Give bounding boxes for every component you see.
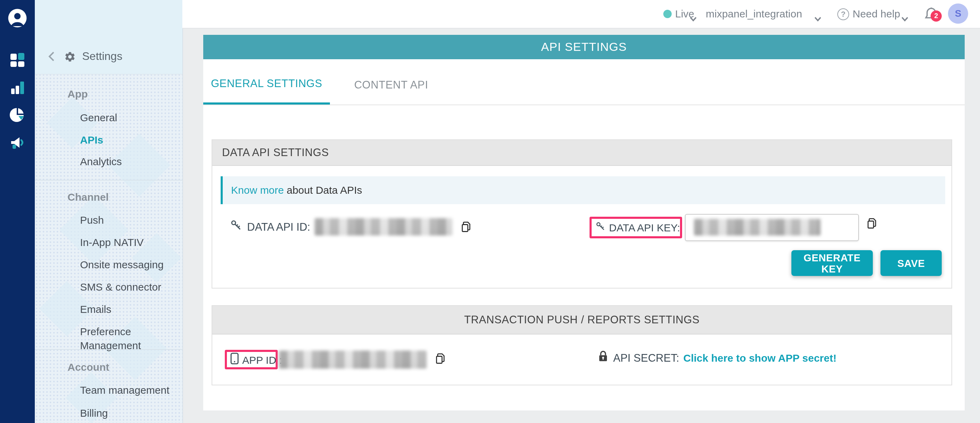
generate-key-button[interactable]: GENERATE KEY xyxy=(791,250,873,276)
app-id-label: APP ID : xyxy=(242,354,282,366)
data-api-id-row: DATA API ID: xyxy=(230,218,473,236)
chevron-down-icon[interactable] xyxy=(901,12,908,17)
lock-icon xyxy=(597,350,609,366)
tab-general-settings[interactable]: GENERAL SETTINGS xyxy=(203,59,330,105)
gear-icon xyxy=(64,51,76,62)
copy-icon[interactable] xyxy=(865,217,879,231)
sidebar-item-emails[interactable]: Emails xyxy=(80,302,111,316)
help-question-icon[interactable]: ? xyxy=(837,8,849,20)
data-api-key-label: DATA API KEY: xyxy=(609,222,680,233)
analytics-bars-icon[interactable] xyxy=(9,80,26,96)
sidebar-item-general[interactable]: General xyxy=(80,111,117,125)
api-settings-panel: API SETTINGS GENERAL SETTINGS CONTENT AP… xyxy=(203,35,965,410)
key-icon xyxy=(595,220,606,235)
transaction-settings-card: TRANSACTION PUSH / REPORTS SETTINGS APP … xyxy=(212,305,952,385)
transaction-card-header: TRANSACTION PUSH / REPORTS SETTINGS xyxy=(212,306,951,335)
data-api-settings-card: DATA API SETTINGS Know moreabout Data AP… xyxy=(212,139,952,289)
data-api-id-value-redacted xyxy=(314,218,452,236)
data-api-key-highlight: DATA API KEY: xyxy=(590,217,682,238)
tab-content-api[interactable]: CONTENT API xyxy=(330,59,452,105)
apps-grid-icon[interactable] xyxy=(9,51,26,68)
api-secret-label: API SECRET: xyxy=(613,351,679,364)
sidebar-item-sms-connector[interactable]: SMS & connector xyxy=(80,280,161,294)
sidebar-divider xyxy=(35,349,182,350)
app-id-value-redacted xyxy=(279,351,427,369)
notification-badge: 2 xyxy=(931,10,942,22)
sidebar-item-inapp-nativ[interactable]: In-App NATIV xyxy=(80,236,144,249)
sidebar-item-onsite-messaging[interactable]: Onsite messaging xyxy=(80,258,164,272)
chevron-down-icon[interactable] xyxy=(815,12,821,17)
settings-sidebar: Settings App General APIs Analytics Chan… xyxy=(35,0,183,423)
key-icon xyxy=(230,219,243,235)
sidebar-section-account: Account xyxy=(67,360,109,374)
campaigns-megaphone-icon[interactable] xyxy=(9,134,26,151)
sidebar-section-channel: Channel xyxy=(67,190,108,204)
sidebar-item-team-management[interactable]: Team management xyxy=(80,383,169,397)
data-api-key-value-redacted xyxy=(694,219,821,236)
api-secret-row: API SECRET: Click here to show APP secre… xyxy=(597,350,837,366)
mobile-phone-icon xyxy=(231,352,239,367)
chevron-left-icon[interactable] xyxy=(48,51,55,61)
know-more-link[interactable]: Know more xyxy=(231,184,284,196)
sidebar-item-analytics[interactable]: Analytics xyxy=(80,155,122,169)
sidebar-item-preference-management[interactable]: Preference Management xyxy=(80,325,182,339)
brand-user-logo-icon[interactable] xyxy=(8,8,27,28)
sidebar-title: Settings xyxy=(82,50,123,63)
nav-rail xyxy=(0,0,35,423)
live-status-dot xyxy=(663,10,672,18)
know-more-note: Know moreabout Data APIs xyxy=(221,176,945,204)
copy-icon[interactable] xyxy=(434,352,447,366)
save-button[interactable]: SAVE xyxy=(880,250,942,276)
app-id-highlight: APP ID : xyxy=(225,350,278,369)
data-api-key-input[interactable] xyxy=(685,214,859,241)
sidebar-section-app: App xyxy=(67,87,88,101)
avatar[interactable]: S xyxy=(948,3,968,24)
sidebar-item-push[interactable]: Push xyxy=(80,213,104,227)
page-title: API SETTINGS xyxy=(203,35,965,59)
tab-bar: GENERAL SETTINGS CONTENT API xyxy=(203,59,965,105)
app-root: Settings App General APIs Analytics Chan… xyxy=(0,0,980,423)
data-api-card-header: DATA API SETTINGS xyxy=(212,140,951,166)
copy-icon[interactable] xyxy=(459,220,473,234)
top-bar: Live mixpanel_integration ? Need help 2 … xyxy=(182,0,980,29)
sidebar-header: Settings xyxy=(35,0,182,75)
show-app-secret-link[interactable]: Click here to show APP secret! xyxy=(684,352,837,364)
sidebar-item-apis[interactable]: APIs xyxy=(80,133,103,147)
data-api-id-label: DATA API ID: xyxy=(247,220,310,233)
sidebar-item-billing[interactable]: Billing xyxy=(80,406,108,420)
note-text: about Data APIs xyxy=(287,184,362,196)
project-dropdown[interactable]: mixpanel_integration xyxy=(706,0,802,28)
need-help-menu[interactable]: Need help xyxy=(853,0,900,28)
chevron-down-icon[interactable] xyxy=(690,12,697,17)
segments-pie-icon[interactable] xyxy=(9,107,26,123)
settings-back-row[interactable]: Settings xyxy=(35,47,123,65)
sidebar-divider xyxy=(35,180,182,180)
